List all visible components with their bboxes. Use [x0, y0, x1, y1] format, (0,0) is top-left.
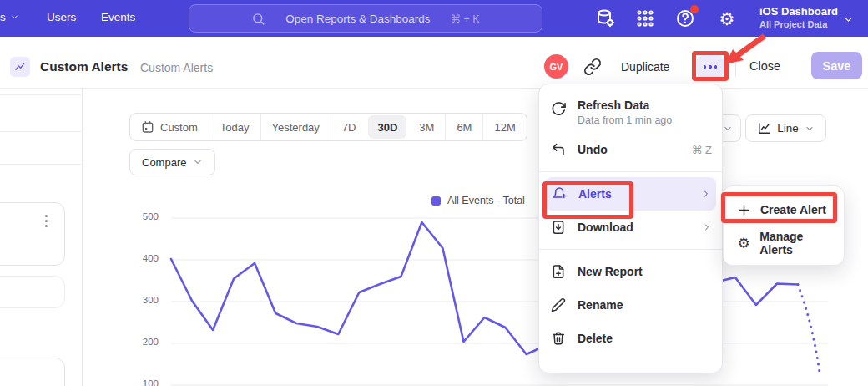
nav-item-label: Events [101, 11, 135, 23]
sidebar-card[interactable] [0, 276, 65, 308]
project-name: iOS Dashboard [760, 4, 838, 18]
y-tick: 300 [132, 295, 159, 305]
sidebar-divider [0, 94, 81, 95]
range-yesterday[interactable]: Yesterday [260, 114, 331, 140]
close-button[interactable]: Close [749, 59, 780, 73]
gear-icon: ⚙ [737, 236, 750, 251]
project-scope: All Project Data [760, 18, 838, 30]
range-3m[interactable]: 3M [408, 114, 445, 140]
range-12m[interactable]: 12M [482, 114, 526, 140]
chevron-down-icon [10, 13, 19, 22]
copy-link-icon[interactable] [583, 58, 602, 76]
date-range-control: Custom Today Yesterday 7D 30D 3M 6M 12M [129, 113, 527, 141]
compare-button[interactable]: Compare [129, 149, 215, 175]
chevron-down-icon [723, 124, 733, 134]
avatar[interactable]: GV [544, 54, 568, 79]
range-custom[interactable]: Custom [130, 114, 209, 140]
trash-icon [550, 330, 567, 347]
menu-divider [539, 171, 722, 172]
menu-shortcut: ⌘ Z [691, 144, 712, 156]
menu-item-label: New Report [578, 265, 712, 278]
menu-item-refresh-data[interactable]: Refresh Data Data from 1 min ago [539, 93, 722, 133]
legend-item[interactable]: All Events - Total [431, 195, 525, 206]
undo-icon [550, 141, 567, 158]
chevron-right-icon [702, 222, 712, 232]
sidebar-card[interactable] [0, 202, 65, 266]
pencil-icon [550, 297, 567, 313]
nav-item-users[interactable]: Users [47, 11, 76, 23]
chart-type-label: Line [777, 122, 799, 135]
legend-swatch [431, 196, 441, 206]
range-6m[interactable]: 6M [445, 114, 482, 140]
menu-item-rename[interactable]: Rename [539, 288, 722, 322]
menu-item-delete[interactable]: Delete [539, 322, 722, 355]
y-tick: 400 [132, 253, 159, 263]
search-shortcut: ⌘ + K [451, 13, 480, 25]
help-icon[interactable] [674, 8, 696, 29]
menu-item-label: Refresh Data [578, 99, 672, 112]
range-label: 6M [457, 121, 472, 134]
plus-icon [737, 203, 751, 217]
menu-item-new-report[interactable]: New Report [539, 255, 722, 288]
menu-item-sublabel: Data from 1 min ago [578, 114, 672, 126]
range-7d[interactable]: 7D [331, 114, 367, 140]
data-management-icon[interactable] [595, 8, 617, 29]
file-plus-icon [550, 263, 567, 280]
sidebar-divider [0, 164, 81, 165]
settings-gear-icon[interactable]: ⚙ [716, 8, 738, 29]
y-tick: 500 [132, 211, 159, 221]
submenu-item-label: Manage Alerts [760, 230, 835, 256]
search-placeholder: Open Reports & Dashboards [285, 13, 430, 25]
top-navbar: s Users Events Open Reports & Dashboards… [0, 0, 868, 37]
project-switcher[interactable]: iOS Dashboard All Project Data [760, 4, 838, 30]
report-type-icon [10, 57, 30, 77]
range-label: Yesterday [272, 121, 320, 134]
nav-item-label: Users [47, 11, 76, 23]
range-label: 3M [419, 121, 434, 134]
breadcrumb: Custom Alerts [140, 61, 213, 74]
app-window: 500 400 300 200 100 All Events - Total C… [0, 0, 868, 386]
report-header: Custom Alerts Custom Alerts GV Duplicate… [0, 37, 868, 89]
range-label: 7D [342, 121, 356, 134]
divider [735, 57, 736, 77]
save-button[interactable]: Save [811, 52, 862, 79]
left-sidebar [0, 89, 83, 386]
chevron-down-icon [805, 124, 815, 134]
menu-item-label: Rename [578, 298, 712, 312]
legend-label: All Events - Total [447, 195, 525, 206]
chevron-right-icon [701, 189, 711, 199]
range-label: 30D [377, 121, 397, 134]
global-search[interactable]: Open Reports & Dashboards ⌘ + K [189, 4, 542, 33]
more-options-button[interactable] [697, 55, 724, 79]
range-label: 12M [494, 121, 515, 134]
notification-badge [690, 5, 699, 13]
menu-item-undo[interactable]: Undo ⌘ Z [539, 133, 722, 166]
menu-item-label: Download [578, 221, 691, 234]
sidebar-card[interactable] [0, 358, 65, 386]
range-label: Custom [160, 121, 198, 134]
sidebar-divider [0, 131, 81, 132]
menu-divider [539, 249, 722, 250]
submenu-item-create-alert[interactable]: Create Alert [724, 193, 844, 226]
submenu-item-label: Create Alert [760, 203, 826, 216]
menu-item-label: Delete [578, 332, 712, 345]
page-title: Custom Alerts [40, 59, 128, 74]
range-today[interactable]: Today [209, 114, 260, 140]
chart-type-button[interactable]: Line [745, 114, 826, 142]
nav-item-truncated[interactable]: s [0, 11, 19, 23]
nav-item-label: s [0, 11, 6, 23]
nav-item-events[interactable]: Events [101, 11, 135, 23]
menu-item-alerts[interactable]: Alerts [545, 177, 716, 211]
apps-grid-icon[interactable] [634, 8, 656, 29]
chart-projection-dotted [798, 285, 820, 373]
range-30d-selected[interactable]: 30D [368, 115, 406, 139]
chevron-down-icon [193, 157, 203, 167]
range-label: Today [220, 121, 250, 134]
download-icon [550, 219, 567, 236]
submenu-item-manage-alerts[interactable]: ⚙ Manage Alerts [724, 226, 844, 260]
compare-label: Compare [142, 156, 186, 169]
menu-item-download[interactable]: Download [539, 211, 722, 244]
more-options-menu: Refresh Data Data from 1 min ago Undo ⌘ … [538, 84, 723, 373]
duplicate-button[interactable]: Duplicate [621, 60, 669, 74]
kebab-menu-icon[interactable] [45, 215, 48, 227]
